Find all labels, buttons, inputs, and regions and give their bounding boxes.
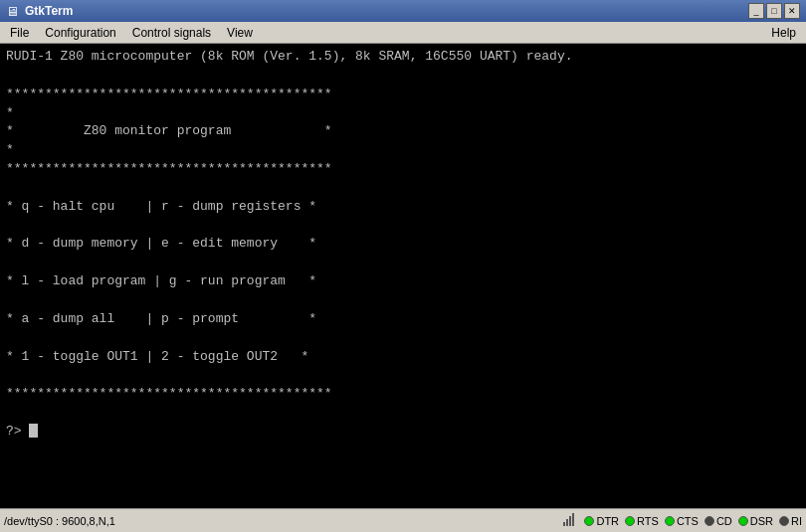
- titlebar-left: 🖥 GtkTerm: [6, 4, 73, 19]
- app-title: GtkTerm: [25, 4, 73, 18]
- terminal-output: RUDI-1 Z80 microcomputer (8k ROM (Ver. 1…: [6, 48, 800, 442]
- signal-label-cd: CD: [716, 515, 732, 527]
- signal-strength-icon: [562, 512, 578, 530]
- titlebar: 🖥 GtkTerm _ □ ✕: [0, 0, 806, 22]
- menubar-left: File Configuration Control signals View: [2, 24, 261, 42]
- status-left: /dev/ttyS0 : 9600,8,N,1: [4, 515, 115, 527]
- signal-label-ri: RI: [791, 515, 802, 527]
- titlebar-controls: _ □ ✕: [748, 3, 800, 19]
- menu-file[interactable]: File: [2, 24, 37, 42]
- menu-control-signals[interactable]: Control signals: [124, 24, 219, 42]
- signal-dsr: DSR: [738, 515, 773, 527]
- terminal-cursor: [29, 424, 38, 438]
- signal-label-rts: RTS: [637, 515, 659, 527]
- signal-label-dsr: DSR: [750, 515, 773, 527]
- minimize-button[interactable]: _: [748, 3, 764, 19]
- led-rts: [625, 516, 635, 526]
- signal-rts: RTS: [625, 515, 659, 527]
- app-icon: 🖥: [6, 4, 19, 19]
- signal-label-dtr: DTR: [596, 515, 619, 527]
- signal-dtr: DTR: [584, 515, 619, 527]
- svg-rect-1: [566, 519, 568, 526]
- menubar: File Configuration Control signals View …: [0, 22, 806, 44]
- statusbar: /dev/ttyS0 : 9600,8,N,1 DTRRTSCTSCDDSRRI: [0, 508, 806, 532]
- signal-label-cts: CTS: [677, 515, 699, 527]
- signal-cd: CD: [705, 515, 732, 527]
- led-ri: [779, 516, 789, 526]
- close-button[interactable]: ✕: [784, 3, 800, 19]
- signal-cts: CTS: [665, 515, 699, 527]
- svg-rect-2: [569, 516, 571, 526]
- menu-help[interactable]: Help: [763, 24, 804, 42]
- signal-ri: RI: [779, 515, 802, 527]
- status-right: DTRRTSCTSCDDSRRI: [562, 512, 802, 530]
- maximize-button[interactable]: □: [766, 3, 782, 19]
- menu-configuration[interactable]: Configuration: [37, 24, 123, 42]
- terminal-area[interactable]: RUDI-1 Z80 microcomputer (8k ROM (Ver. 1…: [0, 44, 806, 508]
- port-status: /dev/ttyS0 : 9600,8,N,1: [4, 515, 115, 527]
- led-dtr: [584, 516, 594, 526]
- led-cd: [705, 516, 714, 526]
- led-dsr: [738, 516, 748, 526]
- svg-rect-0: [563, 522, 565, 526]
- led-cts: [665, 516, 675, 526]
- menu-view[interactable]: View: [219, 24, 261, 42]
- svg-rect-3: [572, 513, 574, 526]
